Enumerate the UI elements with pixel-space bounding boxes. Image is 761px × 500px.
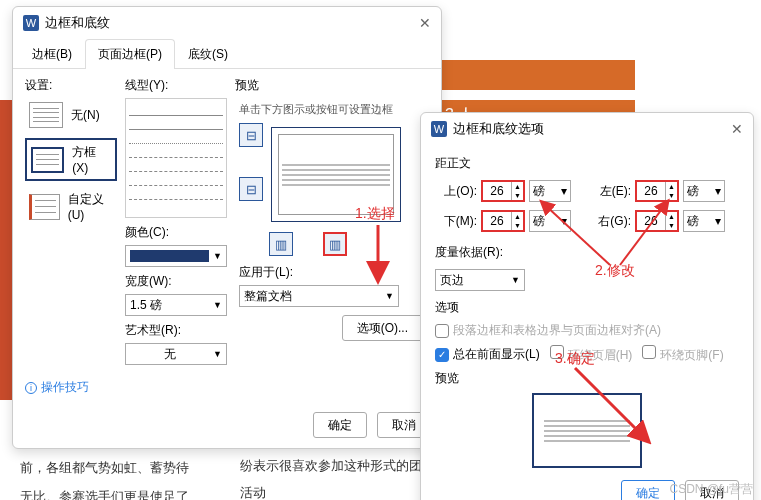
options-button[interactable]: 选项(O)... (342, 315, 423, 341)
color-combo[interactable]: ▼ (125, 245, 227, 267)
bottom-spin[interactable]: ▲▼ (481, 210, 525, 232)
left-unit[interactable]: 磅▾ (683, 180, 725, 202)
preview-hint: 单击下方图示或按钮可设置边框 (239, 102, 423, 117)
close-icon[interactable]: ✕ (419, 7, 431, 39)
tab-border[interactable]: 边框(B) (19, 39, 85, 69)
top-label: 上(O): (435, 183, 477, 200)
svg-line-1 (545, 205, 610, 265)
art-combo[interactable]: 无▼ (125, 343, 227, 365)
preview-label: 预览 (235, 77, 427, 94)
opt-align: 段落边框和表格边界与页面边框对齐(A) (435, 322, 739, 339)
tips-link[interactable]: i操作技巧 (13, 373, 441, 402)
measure-combo[interactable]: 页边▼ (435, 269, 525, 291)
top-spin[interactable]: ▲▼ (481, 180, 525, 202)
svg-line-3 (575, 368, 643, 436)
apply-label: 应用于(L): (239, 264, 423, 281)
setting-label: 设置: (25, 77, 117, 94)
dialog2-title: 边框和底纹选项 (453, 113, 544, 145)
left-spin[interactable]: ▲▼ (635, 180, 679, 202)
border-right-button[interactable]: ▥ (323, 232, 347, 256)
close-icon[interactable]: ✕ (731, 113, 743, 145)
width-label: 宽度(W): (125, 273, 227, 290)
setting-none[interactable]: 无(N) (25, 98, 117, 132)
right-unit[interactable]: 磅▾ (683, 210, 725, 232)
annotation-1: 1.选择 (355, 205, 395, 223)
left-label: 左(E): (589, 183, 631, 200)
annotation-3: 3.确定 (555, 350, 595, 368)
setting-custom[interactable]: 自定义(U) (25, 187, 117, 226)
app-icon: W (23, 15, 39, 31)
top-unit[interactable]: 磅▾ (529, 180, 571, 202)
border-bottom-button[interactable]: ⊟ (239, 177, 263, 201)
border-top-button[interactable]: ⊟ (239, 123, 263, 147)
art-label: 艺术型(R): (125, 322, 227, 339)
opt-front-check[interactable]: ✓ (435, 348, 449, 362)
ok2-button[interactable]: 确定 (621, 480, 675, 500)
options-group-label: 选项 (435, 299, 739, 316)
app-icon: W (431, 121, 447, 137)
border-left-button[interactable]: ▥ (269, 232, 293, 256)
tab-shading[interactable]: 底纹(S) (175, 39, 241, 69)
watermark: CSDN @fu营营 (669, 481, 753, 498)
measure-label: 度量依据(R): (435, 244, 503, 261)
line-style-list[interactable] (125, 98, 227, 218)
color-label: 颜色(C): (125, 224, 227, 241)
ok-button[interactable]: 确定 (313, 412, 367, 438)
svg-line-2 (620, 205, 665, 265)
margin-group-label: 距正文 (435, 155, 739, 172)
width-combo[interactable]: 1.5 磅▼ (125, 294, 227, 316)
apply-combo[interactable]: 整篇文档▼ (239, 285, 399, 307)
bottom-label: 下(M): (435, 213, 477, 230)
setting-box[interactable]: 方框(X) (25, 138, 117, 181)
dialog-title: 边框和底纹 (45, 7, 110, 39)
line-label: 线型(Y): (125, 77, 227, 94)
tab-page-border[interactable]: 页面边框(P) (85, 39, 175, 69)
